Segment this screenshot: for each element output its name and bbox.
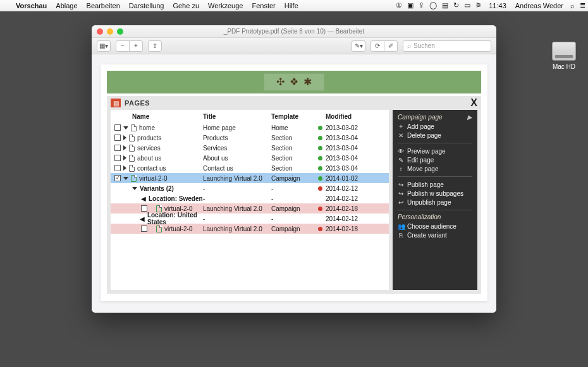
status-icon[interactable]: ① xyxy=(393,1,405,9)
action-icon: 👥 xyxy=(398,223,404,230)
row-template: Section xyxy=(271,145,314,152)
table-row[interactable]: ◀Location: Sweden--2014-02-12 xyxy=(111,193,389,203)
table-row[interactable]: homeHome pageHome2013-03-02 xyxy=(111,123,389,133)
preview-window: _PDF Prototype.pdf (Seite 8 von 10) — Be… xyxy=(92,25,496,313)
row-checkbox[interactable] xyxy=(114,124,121,131)
menubar-item[interactable]: Darstellung xyxy=(125,2,169,9)
search-input[interactable]: ⌕ Suchen xyxy=(403,40,491,52)
expand-toggle-icon[interactable] xyxy=(132,187,137,190)
spotlight-icon[interactable]: ⌕ xyxy=(568,2,577,9)
battery-icon[interactable]: ▭ xyxy=(462,1,473,9)
col-header-title: Title xyxy=(203,113,271,120)
row-modified: 2014-02-12 xyxy=(326,185,371,192)
row-status xyxy=(314,135,326,141)
row-modified: 2013-03-04 xyxy=(326,145,371,152)
row-status xyxy=(314,175,326,182)
sidebar-action[interactable]: ✎Edit page xyxy=(398,155,472,164)
sidebar-action[interactable]: ↪Publish w subpages xyxy=(398,189,472,198)
action-label: Preview page xyxy=(407,148,446,155)
row-checkbox[interactable] xyxy=(114,165,121,171)
dropbox-icon[interactable]: ⇪ xyxy=(416,1,427,9)
sidebar-action[interactable]: ↪Publish page xyxy=(398,180,472,189)
status-icon[interactable]: ↻ xyxy=(451,1,462,9)
notifications-icon[interactable]: ≣ xyxy=(577,1,588,9)
action-icon: ↪ xyxy=(398,190,404,197)
row-checkbox[interactable] xyxy=(141,226,147,232)
table-row[interactable]: productsProductsSection2013-03-04 xyxy=(111,133,389,143)
row-modified: 2013-03-04 xyxy=(326,165,371,172)
table-row[interactable]: ✓virtual-2-0Launching Virtual 2.0Campaig… xyxy=(111,173,389,183)
header-band: ✣ ❖ ✱ xyxy=(107,71,481,93)
row-status xyxy=(314,226,326,232)
row-name: Location: Sweden xyxy=(149,195,203,202)
zoom-out-button[interactable]: − xyxy=(116,40,130,52)
sidebar-action[interactable]: ＋Add page xyxy=(398,122,472,131)
pdf-page: ✣ ❖ ✱ ▤ PAGES X Name Title Templ xyxy=(101,64,487,301)
menubar-app-name[interactable]: Vorschau xyxy=(11,2,51,9)
sidebar-action[interactable]: 👥Choose audience xyxy=(398,222,472,231)
document-area: ✣ ❖ ✱ ▤ PAGES X Name Title Templ xyxy=(92,54,496,313)
expand-toggle-icon[interactable] xyxy=(123,165,126,171)
row-checkbox[interactable] xyxy=(114,155,121,161)
menubar-item[interactable]: Werkzeuge xyxy=(204,2,247,9)
share-button[interactable]: ⇪ xyxy=(148,40,162,52)
action-icon: ＋ xyxy=(398,122,404,131)
rotate-button[interactable]: ⟳ xyxy=(371,40,384,52)
row-name: home xyxy=(139,124,155,131)
table-row[interactable]: ◀Location: United States--2014-02-12 xyxy=(111,214,389,224)
row-status xyxy=(314,145,326,152)
row-template: - xyxy=(271,195,314,202)
row-checkbox[interactable] xyxy=(114,135,121,141)
expand-toggle-icon[interactable] xyxy=(123,145,126,150)
zoom-in-button[interactable]: + xyxy=(129,40,143,52)
preview-toolbar: ▦▾ − + ⇪ ✎▾ ⟳ ✐ ⌕ Suchen xyxy=(92,38,496,54)
row-title: Home page xyxy=(203,124,271,131)
sidebar-action[interactable]: ⎘Create variant xyxy=(398,231,472,239)
menubar-item[interactable]: Hilfe xyxy=(280,2,303,9)
expand-toggle-icon[interactable] xyxy=(123,126,128,129)
sidebar-action[interactable]: ✕Delete page xyxy=(398,131,472,140)
search-icon: ⌕ xyxy=(407,42,411,49)
expand-toggle-icon[interactable] xyxy=(123,155,126,160)
status-icon[interactable]: ◯ xyxy=(427,1,439,9)
sidebar-toggle-button[interactable]: ▦▾ xyxy=(97,40,111,52)
row-template: Section xyxy=(271,155,314,162)
row-name: Variants (2) xyxy=(140,185,174,192)
row-modified: 2014-01-02 xyxy=(326,175,371,182)
markup-button[interactable]: ✐ xyxy=(384,40,398,52)
row-checkbox[interactable] xyxy=(114,145,121,151)
menubar-item[interactable]: Gehe zu xyxy=(168,2,204,9)
table-row[interactable]: virtual-2-0Launching Virtual 2.0Campaign… xyxy=(111,224,389,234)
sidebar-action[interactable]: 👁Preview page xyxy=(398,147,472,155)
menubar-item[interactable]: Ablage xyxy=(51,2,82,9)
desktop-drive-icon[interactable]: Mac HD xyxy=(549,42,579,70)
row-template: - xyxy=(271,215,314,222)
status-dot-icon xyxy=(318,156,322,160)
sidebar-action[interactable]: ↩Unpublish page xyxy=(398,198,472,207)
row-checkbox[interactable]: ✓ xyxy=(114,175,121,181)
row-checkbox[interactable] xyxy=(141,205,147,212)
table-row[interactable]: about usAbout usSection2013-03-04 xyxy=(111,153,389,163)
status-icon[interactable]: ▤ xyxy=(439,1,451,9)
highlight-button[interactable]: ✎▾ xyxy=(352,40,365,52)
expand-toggle-icon[interactable] xyxy=(123,177,128,180)
table-row[interactable]: servicesServicesSection2013-03-04 xyxy=(111,143,389,153)
status-icon[interactable]: ▣ xyxy=(405,1,416,9)
action-label: Edit page xyxy=(407,157,434,164)
row-modified: 2013-03-02 xyxy=(326,124,371,131)
table-row[interactable]: Variants (2)--2014-02-12 xyxy=(111,183,389,193)
wifi-icon[interactable]: ⚞ xyxy=(473,1,484,9)
menubar-item[interactable]: Bearbeiten xyxy=(82,2,125,9)
row-name: virtual-2-0 xyxy=(139,175,167,182)
window-titlebar[interactable]: _PDF Prototype.pdf (Seite 8 von 10) — Be… xyxy=(92,25,496,38)
row-template: Section xyxy=(271,165,314,172)
status-dot-icon xyxy=(318,126,322,130)
sidebar-action[interactable]: ↕Move page xyxy=(398,164,472,173)
close-panel-button[interactable]: X xyxy=(470,97,477,109)
menubar-item[interactable]: Fenster xyxy=(247,2,279,9)
menubar-user[interactable]: Andreas Weder xyxy=(511,2,568,9)
expand-toggle-icon[interactable] xyxy=(123,135,126,140)
row-status xyxy=(314,165,326,172)
menubar-clock[interactable]: 11:43 xyxy=(484,2,511,9)
table-row[interactable]: contact usContact usSection2013-03-04 xyxy=(111,163,389,173)
